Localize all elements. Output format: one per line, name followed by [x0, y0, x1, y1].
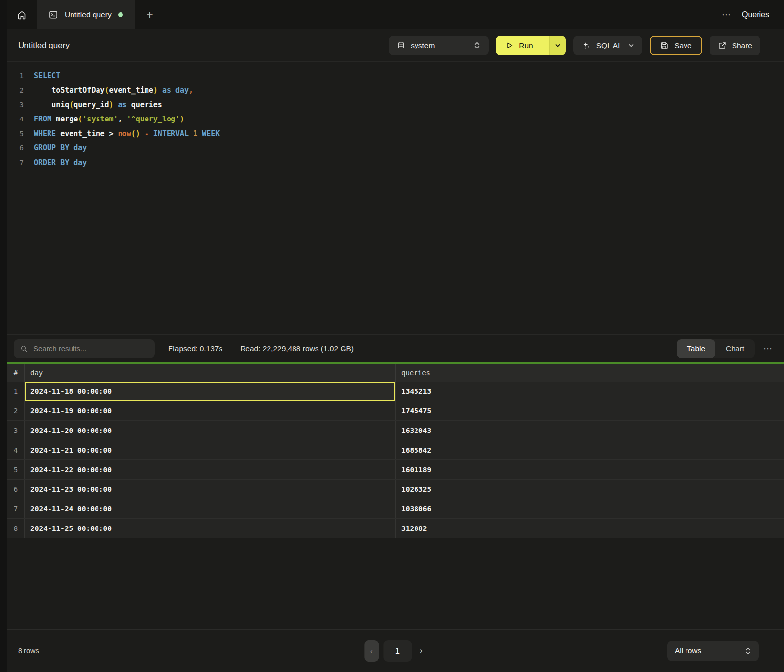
- code-text: ORDER BY day: [34, 158, 87, 167]
- tabbar-menu-button[interactable]: ⋯: [722, 10, 731, 19]
- chevron-down-icon: [628, 43, 634, 48]
- results-footer: 8 rows ‹ 1 › All rows: [7, 629, 784, 672]
- tab-chart-view[interactable]: Chart: [715, 339, 755, 358]
- left-edge-strip: [0, 0, 7, 672]
- cell-day[interactable]: 2024-11-19 00:00:00: [24, 401, 395, 420]
- pagination: ‹ 1 ›: [364, 640, 426, 662]
- sparkle-icon: [582, 41, 591, 50]
- line-number: 4: [7, 115, 24, 123]
- sql-ai-button[interactable]: SQL AI: [573, 36, 643, 55]
- code-line[interactable]: 5WHERE event_time > now() - INTERVAL 1 W…: [7, 126, 784, 141]
- share-icon: [718, 41, 727, 50]
- prev-page-button[interactable]: ‹: [364, 640, 379, 662]
- database-select-value: system: [411, 41, 435, 50]
- table-row: 72024-11-24 00:00:001038066: [7, 499, 784, 519]
- table-row: 52024-11-22 00:00:001601189: [7, 460, 784, 480]
- line-number: 5: [7, 130, 24, 138]
- column-header-day[interactable]: day: [24, 364, 395, 382]
- row-number: 2: [7, 401, 24, 420]
- cell-queries[interactable]: 1685842: [395, 440, 784, 459]
- save-button-label: Save: [674, 41, 691, 50]
- code-text: uniq(query_id) as queries: [34, 100, 162, 109]
- indent-guide: [34, 98, 34, 112]
- code-text: WHERE event_time > now() - INTERVAL 1 WE…: [34, 129, 220, 138]
- code-line[interactable]: 7ORDER BY day: [7, 155, 784, 170]
- indent-guide: [34, 83, 34, 97]
- code-text: GROUP BY day: [34, 144, 87, 152]
- query-header: Untitled query system: [7, 29, 784, 62]
- column-header-queries[interactable]: queries: [395, 364, 784, 382]
- cell-day[interactable]: 2024-11-24 00:00:00: [24, 499, 395, 518]
- run-button[interactable]: Run: [496, 36, 565, 55]
- table-row: 22024-11-19 00:00:001745475: [7, 401, 784, 421]
- code-text: toStartOfDay(event_time) as day,: [34, 86, 193, 95]
- search-icon: [20, 345, 28, 353]
- row-number: 1: [7, 382, 24, 401]
- row-number: 3: [7, 421, 24, 440]
- cell-day[interactable]: 2024-11-25 00:00:00: [24, 519, 395, 538]
- save-button[interactable]: Save: [650, 36, 702, 55]
- code-line[interactable]: 3 uniq(query_id) as queries: [7, 97, 784, 112]
- elapsed-stat: Elapsed: 0.137s: [168, 344, 222, 353]
- line-number: 3: [7, 101, 24, 109]
- column-header-index[interactable]: #: [7, 364, 24, 382]
- code-line[interactable]: 2 toStartOfDay(event_time) as day,: [7, 83, 784, 98]
- home-button[interactable]: [7, 0, 37, 29]
- cell-queries[interactable]: 1601189: [395, 460, 784, 479]
- cell-queries[interactable]: 1345213: [395, 382, 784, 401]
- tab-untitled-query[interactable]: Untitled query: [37, 0, 135, 29]
- results-menu-button[interactable]: ⋯: [763, 344, 773, 353]
- code-line[interactable]: 1SELECT: [7, 69, 784, 83]
- code-line[interactable]: 6GROUP BY day: [7, 141, 784, 156]
- search-results-input[interactable]: [33, 344, 148, 353]
- home-icon: [17, 10, 27, 20]
- queries-link[interactable]: Queries: [742, 10, 769, 19]
- run-options-button[interactable]: [549, 36, 566, 55]
- share-button-label: Share: [732, 41, 752, 50]
- cell-queries[interactable]: 312882: [395, 519, 784, 538]
- row-number: 5: [7, 460, 24, 479]
- cell-queries[interactable]: 1038066: [395, 499, 784, 518]
- app-root: Untitled query + ⋯ Queries Untitled quer…: [0, 0, 784, 672]
- cell-day[interactable]: 2024-11-22 00:00:00: [24, 460, 395, 479]
- search-results-box[interactable]: [14, 339, 155, 358]
- code-text: FROM merge('system', '^query_log'): [34, 115, 184, 123]
- share-button[interactable]: Share: [710, 36, 760, 55]
- database-select[interactable]: system: [389, 36, 489, 55]
- table-header-row: #dayqueries: [7, 364, 784, 382]
- row-number: 8: [7, 519, 24, 538]
- cell-queries[interactable]: 1745475: [395, 401, 784, 420]
- unsaved-dot: [118, 12, 123, 17]
- tab-table-view[interactable]: Table: [677, 339, 715, 358]
- database-icon: [397, 41, 405, 49]
- cell-day[interactable]: 2024-11-20 00:00:00: [24, 421, 395, 440]
- cell-day[interactable]: 2024-11-23 00:00:00: [24, 480, 395, 499]
- cell-queries[interactable]: 1632043: [395, 421, 784, 440]
- read-stat: Read: 22,229,488 rows (1.02 GB): [240, 344, 354, 353]
- table-row: 32024-11-20 00:00:001632043: [7, 421, 784, 440]
- line-number: 7: [7, 159, 24, 167]
- code-text: SELECT: [34, 72, 60, 80]
- line-number: 1: [7, 72, 24, 80]
- sql-ai-label: SQL AI: [596, 41, 620, 50]
- row-number: 6: [7, 480, 24, 499]
- cell-day[interactable]: 2024-11-18 00:00:00: [24, 382, 395, 401]
- next-page-button[interactable]: ›: [416, 647, 426, 655]
- page-size-select[interactable]: All rows: [667, 641, 759, 661]
- page-size-value: All rows: [675, 647, 701, 655]
- view-toggle: Table Chart: [677, 339, 755, 358]
- table-row: 42024-11-21 00:00:001685842: [7, 440, 784, 460]
- line-number: 6: [7, 144, 24, 152]
- play-icon: [505, 41, 514, 49]
- new-tab-button[interactable]: +: [135, 0, 165, 29]
- sql-editor[interactable]: 1SELECT2 toStartOfDay(event_time) as day…: [7, 62, 784, 334]
- tab-bar: Untitled query + ⋯ Queries: [7, 0, 784, 29]
- cell-queries[interactable]: 1026325: [395, 480, 784, 499]
- run-button-label: Run: [519, 41, 533, 50]
- current-page-button[interactable]: 1: [383, 640, 412, 662]
- code-line[interactable]: 4FROM merge('system', '^query_log'): [7, 112, 784, 127]
- updown-chevron-icon: [474, 41, 480, 49]
- line-number: 2: [7, 86, 24, 94]
- row-count-label: 8 rows: [18, 647, 39, 655]
- cell-day[interactable]: 2024-11-21 00:00:00: [24, 440, 395, 459]
